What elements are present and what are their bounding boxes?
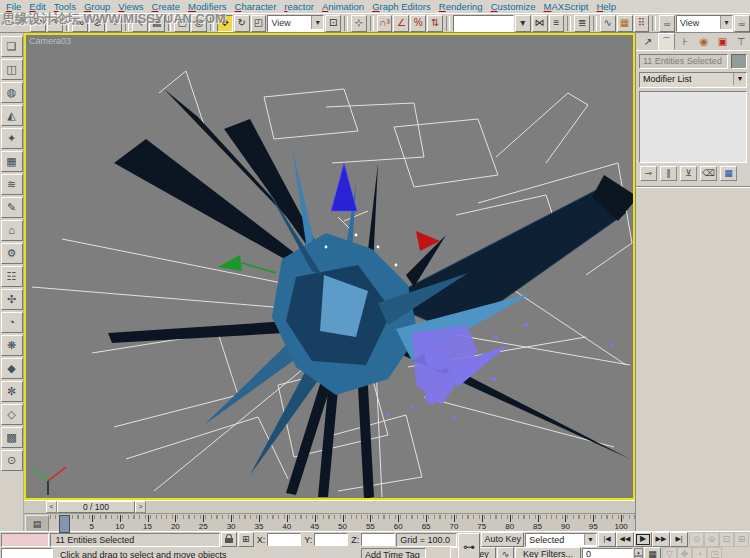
quick-render-icon[interactable]: ☕ <box>734 15 750 32</box>
align-icon[interactable]: ≡ <box>549 15 565 32</box>
pan-icon[interactable]: ✥ <box>677 547 692 558</box>
select-and-scale-icon[interactable]: ◰ <box>251 15 267 32</box>
menu-graph-editors[interactable]: Graph Editors <box>368 1 435 12</box>
selection-set-dropdown[interactable]: Selected <box>525 533 597 547</box>
tab-shapes-icon[interactable]: ◫ <box>1 59 23 80</box>
zoom-icon[interactable]: ⊙ <box>689 532 704 547</box>
zoom-extents-all-icon[interactable]: ⊞ <box>734 532 749 547</box>
menu-character[interactable]: Character <box>231 1 281 12</box>
menu-maxscript[interactable]: MAXScript <box>540 1 593 12</box>
render-scene-icon[interactable]: ☕ <box>659 15 675 32</box>
tab-materials-icon[interactable]: ❋ <box>1 335 23 356</box>
angle-snap-icon[interactable]: ∠ <box>393 15 409 32</box>
schematic-view-icon[interactable]: ▦ <box>617 15 633 32</box>
current-frame-field[interactable]: 0 <box>582 548 633 558</box>
go-to-end-icon[interactable]: ▶| <box>670 532 688 547</box>
tab-grids-icon[interactable]: ☷ <box>1 266 23 287</box>
time-slider-handle[interactable]: 0 / 100 <box>57 501 135 513</box>
named-selection-dropdown-icon[interactable]: ▾ <box>515 15 531 32</box>
window-crossing-toggle-icon[interactable]: ◎ <box>191 15 207 32</box>
menu-customize[interactable]: Customize <box>487 1 540 12</box>
tab-display[interactable]: ▣ <box>714 33 732 50</box>
object-name-field[interactable]: 11 Entities Selected <box>639 54 728 69</box>
previous-frame-icon[interactable]: ◀◀ <box>616 532 634 547</box>
object-color-swatch[interactable] <box>731 54 747 69</box>
selection-lock-icon[interactable] <box>221 532 237 547</box>
snap-toggle-3d-icon[interactable]: ∩³ <box>377 15 393 32</box>
modifier-stack-list[interactable] <box>639 91 747 163</box>
tab-create[interactable]: ↗ <box>639 33 657 50</box>
key-mode-icon[interactable]: ∿ <box>497 547 514 558</box>
tab-cameras-icon[interactable]: ✣ <box>1 289 23 310</box>
select-by-name-icon[interactable]: ▤ <box>149 15 165 32</box>
add-time-tag[interactable]: Add Time Tag <box>361 548 426 558</box>
menu-reactor[interactable]: reactor <box>280 1 318 12</box>
menu-modifiers[interactable]: Modifiers <box>184 1 231 12</box>
tab-ik-icon[interactable]: ◔ <box>1 312 23 333</box>
isolate-selection-icon[interactable]: ⊙ <box>1 450 23 471</box>
make-unique-icon[interactable]: ⊻ <box>680 166 697 181</box>
next-frame-icon[interactable]: ▶▶ <box>652 532 670 547</box>
x-field[interactable] <box>267 533 301 546</box>
percent-snap-icon[interactable]: % <box>410 15 426 32</box>
named-selection-input[interactable] <box>453 15 514 32</box>
viewport[interactable]: Camera03 <box>24 33 635 500</box>
render-type-combo[interactable]: View <box>676 15 733 32</box>
select-and-link-icon[interactable]: ∞ <box>72 15 88 32</box>
redo-icon[interactable]: ↷ <box>47 15 63 32</box>
y-field[interactable] <box>314 533 348 546</box>
modifier-list-dropdown[interactable]: Modifier List <box>639 72 747 88</box>
tab-utilities-icon[interactable]: ▩ <box>1 427 23 448</box>
pin-stack-icon[interactable]: ⊸ <box>640 166 657 181</box>
rectangular-selection-region-icon[interactable]: ▢ <box>174 15 190 32</box>
time-slider-next-button[interactable]: > <box>135 501 146 513</box>
go-to-start-icon[interactable]: |◀ <box>598 532 616 547</box>
menu-edit[interactable]: Edit <box>25 1 49 12</box>
tab-particles-icon[interactable]: ✦ <box>1 128 23 149</box>
tab-diamond-icon[interactable]: ◆ <box>1 358 23 379</box>
menu-create[interactable]: Create <box>148 1 185 12</box>
tab-objects-icon[interactable]: ❏ <box>1 36 23 57</box>
tab-utilities[interactable]: ⊤ <box>732 33 750 50</box>
auto-key-button[interactable]: Auto Key <box>481 532 524 547</box>
time-configuration-icon[interactable]: ▦ <box>644 547 661 558</box>
current-frame-marker[interactable] <box>59 515 70 533</box>
curve-editor-icon[interactable]: ∿ <box>600 15 616 32</box>
use-pivot-center-icon[interactable]: ⊡ <box>325 15 341 32</box>
macro-recorder-field[interactable] <box>1 533 49 547</box>
menu-file[interactable]: File <box>2 1 25 12</box>
tab-modifiers-icon[interactable]: ✎ <box>1 197 23 218</box>
material-editor-icon[interactable]: ⠿ <box>634 15 650 32</box>
frame-spinner[interactable]: ▴▾ <box>634 548 643 558</box>
tab-modify[interactable]: ⌒ <box>658 33 676 50</box>
show-end-result-icon[interactable]: ∥ <box>660 166 677 181</box>
tab-rendering-icon[interactable]: ⚙ <box>1 243 23 264</box>
undo-icon[interactable]: ↶ <box>30 15 46 32</box>
menu-help[interactable]: Help <box>592 1 620 12</box>
unlink-selection-icon[interactable]: ⊘ <box>89 15 105 32</box>
reference-coordinate-combo[interactable]: View <box>267 15 324 32</box>
field-of-view-icon[interactable]: ▽ <box>662 547 677 558</box>
z-field[interactable] <box>361 533 395 546</box>
menu-views[interactable]: Views <box>114 1 147 12</box>
tab-hierarchy[interactable]: ⊦ <box>676 33 694 50</box>
zoom-extents-icon[interactable]: ⊡ <box>719 532 734 547</box>
select-object-icon[interactable]: ↖ <box>132 15 148 32</box>
tab-modeling-icon[interactable]: ⌂ <box>1 220 23 241</box>
time-slider-prev-button[interactable]: < <box>46 501 57 513</box>
menu-animation[interactable]: Animation <box>318 1 368 12</box>
tab-helpers-icon[interactable]: ▦ <box>1 151 23 172</box>
bind-to-space-warp-icon[interactable]: ≈ <box>106 15 122 32</box>
min-max-toggle-icon[interactable]: ◳ <box>707 547 722 558</box>
mirror-icon[interactable]: ⋈ <box>532 15 548 32</box>
arc-rotate-icon[interactable]: ◔ <box>692 547 707 558</box>
zoom-all-icon[interactable]: ⊚ <box>704 532 719 547</box>
tab-compounds-icon[interactable]: ◍ <box>1 82 23 103</box>
remove-modifier-icon[interactable]: ⌫ <box>700 166 717 181</box>
select-and-rotate-icon[interactable]: ↻ <box>234 15 250 32</box>
menu-rendering[interactable]: Rendering <box>435 1 487 12</box>
play-animation-icon[interactable]: ▶ <box>634 532 652 547</box>
tab-mapping-icon[interactable]: ◇ <box>1 404 23 425</box>
set-keys-button[interactable]: ⊶ <box>458 533 480 558</box>
configure-modifier-sets-icon[interactable]: ▦ <box>720 166 737 181</box>
